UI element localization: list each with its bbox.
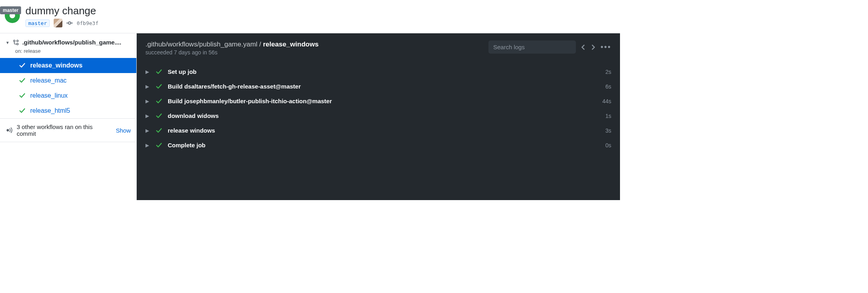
check-icon: [19, 93, 25, 99]
step-row[interactable]: ▶download widows1s: [145, 108, 611, 123]
step-time: 6s: [605, 83, 611, 90]
step-name: Build dsaltares/fetch-gh-release-asset@m…: [168, 83, 600, 90]
step-name: release windows: [168, 127, 600, 134]
svg-point-6: [7, 129, 9, 131]
check-icon: [156, 98, 162, 104]
sidebar-job-release_mac[interactable]: release_mac: [0, 73, 136, 88]
log-panel: .github/workflows/publish_game.yaml / re…: [137, 33, 620, 200]
panel-status: succeeded 7 days ago in 56s: [145, 49, 319, 56]
commit-sha[interactable]: 0fb9e3f: [77, 20, 99, 26]
step-time: 3s: [605, 127, 611, 134]
step-name: download widows: [168, 112, 600, 119]
show-link[interactable]: Show: [116, 127, 131, 134]
branch-badge[interactable]: master: [0, 6, 21, 14]
job-name: release_mac: [30, 77, 67, 84]
step-time: 1s: [605, 113, 611, 119]
workflow-trigger: on: release: [15, 48, 136, 54]
commit-icon: [66, 20, 73, 26]
search-input[interactable]: [488, 40, 576, 54]
job-name: release_windows: [30, 62, 83, 69]
panel-title-path: .github/workflows/publish_game.yaml /: [145, 40, 263, 48]
caret-right-icon: ▶: [145, 128, 150, 133]
sidebar-job-release_html5[interactable]: release_html5: [0, 103, 136, 118]
workflow-icon: [13, 39, 19, 46]
step-time: 44s: [602, 98, 611, 104]
step-row[interactable]: ▶Set up job2s: [145, 64, 611, 79]
kebab-menu-icon[interactable]: •••: [601, 42, 611, 52]
check-icon: [156, 69, 162, 75]
broadcast-icon: [6, 127, 13, 134]
check-icon: [19, 77, 25, 84]
step-time: 2s: [605, 69, 611, 75]
step-name: Build josephbmanley/butler-publish-itchi…: [168, 98, 597, 104]
step-name: Set up job: [168, 68, 600, 75]
caret-right-icon: ▶: [145, 84, 150, 89]
sidebar-job-release_linux[interactable]: release_linux: [0, 88, 136, 103]
panel-title-job: release_windows: [263, 40, 319, 48]
panel-title: .github/workflows/publish_game.yaml / re…: [145, 40, 319, 48]
workflow-path: .github/workflows/publish_game....: [22, 39, 121, 46]
check-icon: [19, 62, 25, 69]
sidebar-job-release_windows[interactable]: release_windows: [0, 58, 136, 73]
other-workflows-row: 3 other workflows ran on this commit Sho…: [0, 118, 136, 142]
other-workflows-text: 3 other workflows ran on this commit: [17, 123, 109, 137]
check-icon: [156, 83, 162, 90]
step-name: Complete job: [168, 142, 600, 148]
caret-right-icon: ▶: [145, 98, 150, 104]
step-time: 0s: [605, 142, 611, 148]
check-icon: [156, 127, 162, 134]
svg-point-5: [17, 43, 18, 45]
caret-right-icon: ▶: [145, 69, 150, 75]
job-name: release_html5: [30, 107, 70, 114]
job-name: release_linux: [30, 92, 68, 99]
svg-point-3: [14, 40, 15, 42]
caret-down-icon: ▼: [6, 40, 10, 45]
branch-label[interactable]: master: [25, 19, 50, 27]
prev-arrow-icon[interactable]: [581, 44, 585, 50]
step-row[interactable]: ▶Build dsaltares/fetch-gh-release-asset@…: [145, 79, 611, 94]
check-icon: [19, 108, 25, 114]
check-icon: [156, 113, 162, 119]
caret-right-icon: ▶: [145, 113, 150, 119]
svg-point-4: [17, 40, 18, 42]
step-row[interactable]: ▶Complete job0s: [145, 138, 611, 152]
check-icon: [156, 142, 162, 148]
step-row[interactable]: ▶Build josephbmanley/butler-publish-itch…: [145, 94, 611, 108]
run-header: master dummy change master 0fb9e3f: [0, 0, 620, 33]
step-row[interactable]: ▶release windows3s: [145, 123, 611, 138]
run-title: dummy change: [25, 5, 614, 17]
workflow-sidebar: ▼ .github/workflows/publish_game.... on:…: [0, 33, 137, 200]
avatar[interactable]: [54, 19, 62, 27]
svg-point-0: [68, 22, 71, 24]
next-arrow-icon[interactable]: [591, 44, 595, 50]
caret-right-icon: ▶: [145, 143, 150, 148]
